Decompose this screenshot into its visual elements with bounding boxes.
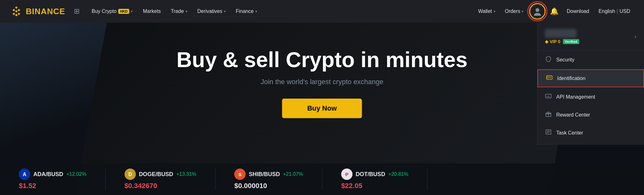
nav-language-currency[interactable]: English | USD xyxy=(595,0,634,23)
svg-marker-1 xyxy=(13,9,15,11)
shib-pair: SHIB/BUSD xyxy=(249,171,280,178)
diamond-icon: ◆ xyxy=(545,39,548,44)
buy-now-button[interactable]: Buy Now xyxy=(282,99,362,118)
verified-badge: Verified xyxy=(563,39,579,44)
ticker-shib[interactable]: S SHIB/BUSD +21.07% $0.000010 xyxy=(215,169,322,190)
doge-icon: D xyxy=(125,169,136,180)
dropdown-api-management[interactable]: </> API Management xyxy=(537,88,644,106)
svg-marker-6 xyxy=(15,14,18,16)
svg-rect-18 xyxy=(547,77,549,78)
svg-marker-3 xyxy=(15,10,18,13)
svg-marker-0 xyxy=(15,6,18,9)
hero-subtitle: Join the world's largest crypto exchange xyxy=(261,78,384,86)
dot-price: $22.05 xyxy=(341,182,408,190)
nav-trade[interactable]: Trade ▾ xyxy=(166,0,192,23)
ada-pair: ADA/BUSD xyxy=(33,171,63,178)
dropdown-task-center[interactable]: Task Center xyxy=(537,124,644,142)
ada-icon: A xyxy=(19,169,30,180)
notification-bell-icon[interactable]: 🔔 xyxy=(547,7,561,15)
svg-text:A: A xyxy=(23,172,26,177)
dropdown-identification[interactable]: Identification xyxy=(537,69,644,87)
user-icon xyxy=(533,7,542,16)
derivatives-chevron: ▾ xyxy=(224,9,226,14)
dropdown-profile-section[interactable]: ◆ VIP 0 Verified › xyxy=(537,23,644,51)
dropdown-security[interactable]: Security xyxy=(537,51,644,69)
task-icon xyxy=(545,129,552,137)
currency-label: USD xyxy=(619,9,630,14)
binance-logo-icon xyxy=(10,5,23,18)
nav-right-actions: Wallet ▾ Orders ▾ 🔔 Download English | U… xyxy=(475,0,634,23)
language-label: English xyxy=(599,9,615,14)
api-icon: </> xyxy=(545,93,552,101)
grid-menu-icon[interactable]: ⊞ xyxy=(74,7,80,15)
task-center-label: Task Center xyxy=(556,130,583,136)
doge-price: $0.342670 xyxy=(125,182,197,190)
security-label: Security xyxy=(556,57,575,63)
vip-section: ◆ VIP 0 Verified xyxy=(545,39,579,44)
reward-center-label: Reward Center xyxy=(556,112,590,118)
nav-derivatives[interactable]: Derivatives ▾ xyxy=(193,0,230,23)
svg-text:S: S xyxy=(238,172,242,177)
svg-rect-17 xyxy=(547,76,552,79)
navbar: BINANCE ⊞ Buy Crypto HKD ▾ Markets Trade… xyxy=(0,0,644,23)
nav-buy-crypto[interactable]: Buy Crypto HKD ▾ xyxy=(87,0,137,23)
hkd-badge: HKD xyxy=(118,9,130,14)
svg-marker-4 xyxy=(13,13,15,15)
svg-marker-2 xyxy=(18,9,20,11)
ticker-bar: A ADA/BUSD +12.02% $1.52 D DOGE/BUSD +13… xyxy=(0,163,644,195)
nav-orders[interactable]: Orders ▾ xyxy=(501,0,528,23)
identification-label: Identification xyxy=(557,76,586,81)
buy-crypto-chevron: ▾ xyxy=(131,9,133,14)
shield-icon xyxy=(545,56,552,64)
nav-download[interactable]: Download xyxy=(563,0,593,23)
dropdown-reward-center[interactable]: Reward Center xyxy=(537,106,644,124)
profile-chevron-icon: › xyxy=(635,33,636,40)
dot-pair: DOT/BUSD xyxy=(356,171,385,178)
profile-button[interactable] xyxy=(529,3,546,20)
id-card-icon xyxy=(546,74,553,82)
nav-wallet[interactable]: Wallet ▾ xyxy=(475,0,499,23)
vip-badge: ◆ VIP 0 xyxy=(545,39,560,44)
ticker-doge[interactable]: D DOGE/BUSD +13.31% $0.342670 xyxy=(106,169,216,190)
reward-icon xyxy=(545,111,552,119)
finance-chevron: ▾ xyxy=(255,9,257,14)
shib-price: $0.000010 xyxy=(234,182,303,190)
dot-icon: P xyxy=(341,169,353,180)
svg-text:P: P xyxy=(345,172,348,177)
doge-pair: DOGE/BUSD xyxy=(139,171,173,178)
svg-marker-5 xyxy=(18,13,20,15)
logo[interactable]: BINANCE xyxy=(10,5,65,18)
dropdown-profile-left: ◆ VIP 0 Verified xyxy=(545,29,579,44)
user-dropdown-menu: ◆ VIP 0 Verified › Security Identificati… xyxy=(537,23,644,145)
ticker-ada[interactable]: A ADA/BUSD +12.02% $1.52 xyxy=(19,169,106,190)
trade-chevron: ▾ xyxy=(186,9,187,14)
svg-point-7 xyxy=(536,8,539,12)
ada-change: +12.02% xyxy=(66,171,86,177)
doge-change: +13.31% xyxy=(176,171,197,177)
svg-text:</>: </> xyxy=(547,95,550,98)
dot-change: +20.81% xyxy=(388,171,408,177)
svg-point-8 xyxy=(534,13,541,16)
lang-currency-divider: | xyxy=(617,9,618,14)
orders-chevron: ▾ xyxy=(522,9,524,14)
shib-icon: S xyxy=(234,169,246,180)
svg-text:D: D xyxy=(128,172,132,177)
hero-title: Buy & sell Crypto in minutes xyxy=(176,48,468,72)
binance-wordmark: BINANCE xyxy=(26,7,65,16)
nav-finance[interactable]: Finance ▾ xyxy=(231,0,262,23)
shib-change: +21.07% xyxy=(283,171,303,177)
ada-price: $1.52 xyxy=(19,182,86,190)
ticker-dot[interactable]: P DOT/BUSD +20.81% $22.05 xyxy=(322,169,428,190)
profile-email-blurred xyxy=(545,29,576,38)
wallet-chevron: ▾ xyxy=(494,9,496,14)
nav-markets[interactable]: Markets xyxy=(138,0,165,23)
api-management-label: API Management xyxy=(556,94,595,100)
